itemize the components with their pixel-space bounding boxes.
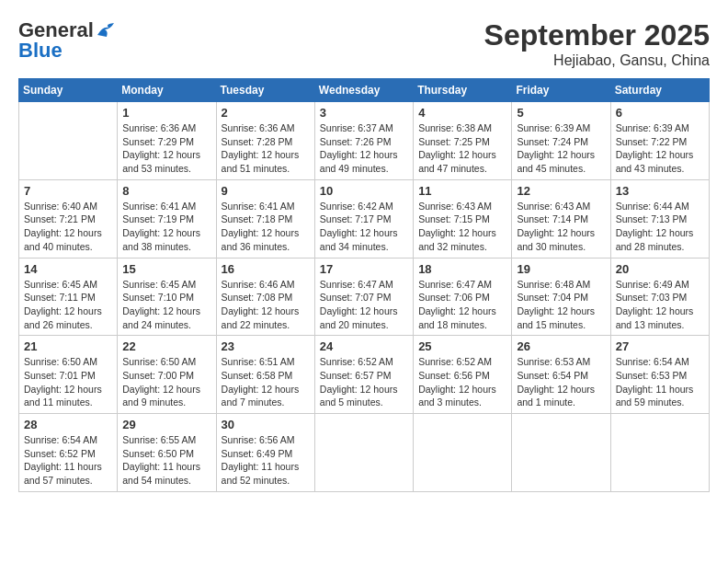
day-info: Sunrise: 6:45 AMSunset: 7:11 PMDaylight:…	[24, 278, 112, 332]
day-info: Sunrise: 6:47 AMSunset: 7:07 PMDaylight:…	[320, 278, 408, 332]
calendar-day-cell	[314, 414, 413, 492]
calendar-day-cell: 25Sunrise: 6:52 AMSunset: 6:56 PMDayligh…	[414, 336, 512, 414]
day-info: Sunrise: 6:49 AMSunset: 7:03 PMDaylight:…	[616, 278, 704, 332]
calendar-day-cell: 5Sunrise: 6:39 AMSunset: 7:24 PMDaylight…	[512, 102, 610, 180]
day-info: Sunrise: 6:43 AMSunset: 7:14 PMDaylight:…	[517, 200, 605, 254]
logo-text-blue: Blue	[18, 39, 63, 63]
day-number: 1	[122, 106, 210, 120]
day-info: Sunrise: 6:52 AMSunset: 6:56 PMDaylight:…	[418, 355, 506, 409]
calendar-day-cell: 18Sunrise: 6:47 AMSunset: 7:06 PMDayligh…	[414, 258, 512, 336]
day-of-week-header: Friday	[512, 79, 610, 102]
day-info: Sunrise: 6:43 AMSunset: 7:15 PMDaylight:…	[418, 200, 506, 254]
day-of-week-header: Thursday	[414, 79, 512, 102]
calendar-day-cell: 1Sunrise: 6:36 AMSunset: 7:29 PMDaylight…	[118, 102, 216, 180]
day-number: 4	[418, 106, 506, 120]
calendar-day-cell: 23Sunrise: 6:51 AMSunset: 6:58 PMDayligh…	[216, 336, 314, 414]
calendar-day-cell: 26Sunrise: 6:53 AMSunset: 6:54 PMDayligh…	[512, 336, 610, 414]
calendar-week-row: 14Sunrise: 6:45 AMSunset: 7:11 PMDayligh…	[19, 258, 710, 336]
day-info: Sunrise: 6:54 AMSunset: 6:53 PMDaylight:…	[616, 355, 704, 409]
calendar-day-cell: 4Sunrise: 6:38 AMSunset: 7:25 PMDaylight…	[414, 102, 512, 180]
day-number: 15	[122, 262, 210, 276]
day-number: 16	[222, 262, 310, 276]
day-number: 13	[616, 184, 704, 198]
calendar-day-cell: 14Sunrise: 6:45 AMSunset: 7:11 PMDayligh…	[19, 258, 118, 336]
day-number: 11	[418, 184, 506, 198]
day-number: 19	[517, 262, 605, 276]
day-info: Sunrise: 6:41 AMSunset: 7:19 PMDaylight:…	[122, 200, 210, 254]
day-of-week-header: Saturday	[610, 79, 709, 102]
calendar-day-cell: 17Sunrise: 6:47 AMSunset: 7:07 PMDayligh…	[314, 258, 413, 336]
day-number: 25	[418, 339, 506, 353]
calendar-day-cell: 9Sunrise: 6:41 AMSunset: 7:18 PMDaylight…	[216, 179, 314, 258]
day-info: Sunrise: 6:38 AMSunset: 7:25 PMDaylight:…	[418, 121, 506, 176]
page-header: General Blue September 2025 Hejiabao, Ga…	[18, 18, 710, 69]
calendar-day-cell	[610, 414, 709, 492]
day-info: Sunrise: 6:45 AMSunset: 7:10 PMDaylight:…	[122, 278, 210, 332]
calendar-day-cell: 21Sunrise: 6:50 AMSunset: 7:01 PMDayligh…	[19, 336, 118, 414]
day-info: Sunrise: 6:41 AMSunset: 7:18 PMDaylight:…	[222, 200, 310, 254]
logo: General Blue	[18, 18, 116, 63]
calendar-day-cell: 20Sunrise: 6:49 AMSunset: 7:03 PMDayligh…	[610, 258, 709, 336]
calendar-week-row: 1Sunrise: 6:36 AMSunset: 7:29 PMDaylight…	[19, 102, 710, 180]
day-number: 23	[222, 339, 310, 353]
day-info: Sunrise: 6:56 AMSunset: 6:49 PMDaylight:…	[222, 433, 310, 488]
calendar-day-cell: 13Sunrise: 6:44 AMSunset: 7:13 PMDayligh…	[610, 179, 709, 258]
day-info: Sunrise: 6:53 AMSunset: 6:54 PMDaylight:…	[517, 355, 605, 409]
day-info: Sunrise: 6:46 AMSunset: 7:08 PMDaylight:…	[222, 278, 310, 332]
calendar-day-cell: 22Sunrise: 6:50 AMSunset: 7:00 PMDayligh…	[118, 336, 216, 414]
day-number: 24	[320, 339, 408, 353]
day-info: Sunrise: 6:44 AMSunset: 7:13 PMDaylight:…	[616, 200, 704, 254]
calendar-table: SundayMondayTuesdayWednesdayThursdayFrid…	[18, 78, 710, 492]
calendar-day-cell	[19, 102, 118, 180]
calendar-day-cell	[512, 414, 610, 492]
day-number: 27	[616, 339, 704, 353]
day-number: 14	[24, 262, 112, 276]
calendar-day-cell: 16Sunrise: 6:46 AMSunset: 7:08 PMDayligh…	[216, 258, 314, 336]
day-number: 17	[320, 262, 408, 276]
day-info: Sunrise: 6:36 AMSunset: 7:29 PMDaylight:…	[122, 121, 210, 176]
day-info: Sunrise: 6:39 AMSunset: 7:22 PMDaylight:…	[616, 121, 704, 176]
day-of-week-header: Wednesday	[314, 79, 413, 102]
day-info: Sunrise: 6:52 AMSunset: 6:57 PMDaylight:…	[320, 355, 408, 409]
day-number: 20	[616, 262, 704, 276]
calendar-day-cell: 28Sunrise: 6:54 AMSunset: 6:52 PMDayligh…	[19, 414, 118, 492]
day-info: Sunrise: 6:37 AMSunset: 7:26 PMDaylight:…	[320, 121, 408, 176]
day-number: 21	[24, 339, 112, 353]
day-number: 18	[418, 262, 506, 276]
month-year: September 2025	[484, 18, 710, 52]
calendar-body: 1Sunrise: 6:36 AMSunset: 7:29 PMDaylight…	[19, 102, 710, 492]
day-number: 5	[517, 106, 605, 120]
calendar-day-cell: 2Sunrise: 6:36 AMSunset: 7:28 PMDaylight…	[216, 102, 314, 180]
calendar-week-row: 28Sunrise: 6:54 AMSunset: 6:52 PMDayligh…	[19, 414, 710, 492]
location: Hejiabao, Gansu, China	[484, 52, 710, 69]
day-number: 2	[222, 106, 310, 120]
day-info: Sunrise: 6:51 AMSunset: 6:58 PMDaylight:…	[222, 355, 310, 409]
calendar-day-cell: 27Sunrise: 6:54 AMSunset: 6:53 PMDayligh…	[610, 336, 709, 414]
day-number: 8	[122, 184, 210, 198]
calendar-day-cell: 3Sunrise: 6:37 AMSunset: 7:26 PMDaylight…	[314, 102, 413, 180]
day-info: Sunrise: 6:40 AMSunset: 7:21 PMDaylight:…	[24, 200, 112, 254]
day-info: Sunrise: 6:50 AMSunset: 7:01 PMDaylight:…	[24, 355, 112, 409]
day-info: Sunrise: 6:48 AMSunset: 7:04 PMDaylight:…	[517, 278, 605, 332]
day-number: 28	[24, 418, 112, 431]
day-number: 3	[320, 106, 408, 120]
calendar-day-cell: 8Sunrise: 6:41 AMSunset: 7:19 PMDaylight…	[118, 179, 216, 258]
day-info: Sunrise: 6:36 AMSunset: 7:28 PMDaylight:…	[222, 121, 310, 176]
day-of-week-header: Tuesday	[216, 79, 314, 102]
calendar-day-cell: 11Sunrise: 6:43 AMSunset: 7:15 PMDayligh…	[414, 179, 512, 258]
calendar-day-cell	[414, 414, 512, 492]
calendar-week-row: 7Sunrise: 6:40 AMSunset: 7:21 PMDaylight…	[19, 179, 710, 258]
day-info: Sunrise: 6:39 AMSunset: 7:24 PMDaylight:…	[517, 121, 605, 176]
calendar-day-cell: 29Sunrise: 6:55 AMSunset: 6:50 PMDayligh…	[118, 414, 216, 492]
logo-bird-icon	[96, 22, 116, 39]
calendar-header: SundayMondayTuesdayWednesdayThursdayFrid…	[19, 79, 710, 102]
day-number: 10	[320, 184, 408, 198]
day-number: 30	[222, 418, 310, 431]
calendar-day-cell: 24Sunrise: 6:52 AMSunset: 6:57 PMDayligh…	[314, 336, 413, 414]
calendar-day-cell: 19Sunrise: 6:48 AMSunset: 7:04 PMDayligh…	[512, 258, 610, 336]
day-info: Sunrise: 6:47 AMSunset: 7:06 PMDaylight:…	[418, 278, 506, 332]
calendar-day-cell: 30Sunrise: 6:56 AMSunset: 6:49 PMDayligh…	[216, 414, 314, 492]
day-info: Sunrise: 6:55 AMSunset: 6:50 PMDaylight:…	[122, 433, 210, 488]
day-number: 12	[517, 184, 605, 198]
calendar-day-cell: 10Sunrise: 6:42 AMSunset: 7:17 PMDayligh…	[314, 179, 413, 258]
